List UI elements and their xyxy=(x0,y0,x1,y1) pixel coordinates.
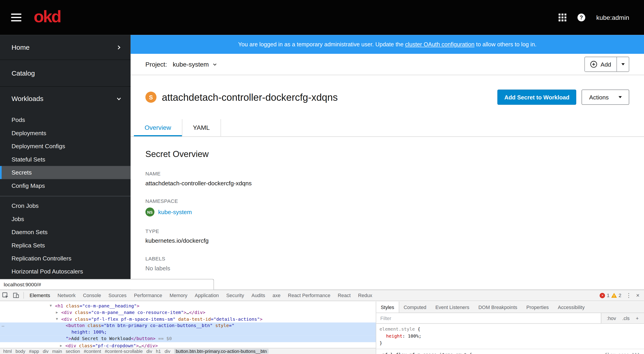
tabs: Overview YAML xyxy=(131,119,644,137)
tab-yaml[interactable]: YAML xyxy=(182,119,221,136)
devtools-tab[interactable]: Memory xyxy=(166,290,191,301)
devtools-tab[interactable]: Application xyxy=(191,290,222,301)
caret-down-icon xyxy=(621,63,625,65)
devtools-tab[interactable]: React Performance xyxy=(284,290,334,301)
sidebar-item-catalog[interactable]: Catalog xyxy=(0,60,131,87)
devtools-close-button[interactable]: × xyxy=(636,292,640,299)
hov-toggle[interactable]: :hov xyxy=(607,315,616,321)
dom-tree-node[interactable]: <button class="btn btn-primary co-action… xyxy=(0,322,376,329)
dom-tree-node[interactable]: ▼<h1 class="co-m-pane__heading"> xyxy=(0,302,376,309)
styles-panel-tab[interactable]: Accessibility xyxy=(554,302,589,312)
sidebar-item[interactable]: Config Maps xyxy=(0,179,131,192)
breadcrumb-item[interactable]: html xyxy=(3,349,12,354)
field-label: NAME xyxy=(146,171,630,177)
login-banner: You are logged in as a temporary adminis… xyxy=(131,35,644,54)
devtools-tab[interactable]: Audits xyxy=(248,290,269,301)
styles-panel-tab[interactable]: Event Listeners xyxy=(431,302,474,312)
sidebar-item-label: Secrets xyxy=(12,169,32,176)
dom-tree-node[interactable]: ">Add Secret to Workload</button> == $0 xyxy=(0,336,376,342)
styles-panel-tab[interactable]: Computed xyxy=(399,302,431,312)
device-toolbar-button[interactable] xyxy=(10,290,21,300)
sidebar-item[interactable]: Deployment Configs xyxy=(0,140,131,153)
devtools-body: … ▼<h1 class="co-m-pane__heading">▶<div … xyxy=(0,302,644,354)
sidebar-item[interactable]: Cron Jobs xyxy=(0,199,131,212)
breadcrumb-item[interactable]: body xyxy=(16,349,26,354)
sidebar-item[interactable]: Stateful Sets xyxy=(0,153,131,166)
breadcrumb-item[interactable]: div xyxy=(164,349,170,354)
breadcrumb-item[interactable]: #content-scrollable xyxy=(105,349,143,354)
devtools-tabs: Elements Network Console Sources Perform… xyxy=(26,290,376,301)
field-labels: LABELS No labels xyxy=(146,256,630,272)
sidebar-item-home[interactable]: Home xyxy=(0,35,131,60)
chevron-down-icon xyxy=(116,96,122,102)
devtools-tab[interactable]: Console xyxy=(80,290,105,301)
devtools-tab[interactable]: Network xyxy=(54,290,79,301)
console-errors-indicator[interactable]: × 1 ! 2 xyxy=(600,292,622,298)
tab-overview[interactable]: Overview xyxy=(134,119,182,136)
sidebar-item[interactable]: Horizontal Pod Autoscalers xyxy=(0,265,131,278)
style-rule-selector: element.style { xyxy=(376,326,644,333)
styles-panel-tab[interactable]: Styles xyxy=(376,302,399,312)
breadcrumb-item[interactable]: button.btn.btn-primary.co-action-buttons… xyxy=(174,349,268,354)
devtools: Elements Network Console Sources Perform… xyxy=(0,290,644,354)
oauth-config-link[interactable]: cluster OAuth configuration xyxy=(405,41,474,48)
styles-filter-input[interactable]: Filter xyxy=(376,313,601,324)
actions-dropdown[interactable]: Actions xyxy=(582,90,629,105)
inspect-element-button[interactable] xyxy=(0,290,10,300)
sidebar-item[interactable]: Replication Controllers xyxy=(0,252,131,265)
add-button[interactable]: Add xyxy=(585,57,616,72)
devtools-toolbar: Elements Network Console Sources Perform… xyxy=(0,290,644,301)
field-type: TYPE kubernetes.io/dockercfg xyxy=(146,228,630,244)
add-dropdown-toggle[interactable] xyxy=(616,57,629,72)
style-property[interactable]: height: 100%; xyxy=(376,333,644,340)
styles-filter-controls: :hov .cls + xyxy=(601,313,644,324)
devtools-menu-button[interactable]: ⋮ xyxy=(626,292,632,299)
dom-tree-node[interactable]: ▶<div class="co-m-pane__name co-resource… xyxy=(0,309,376,316)
sidebar-item[interactable]: Daemon Sets xyxy=(0,226,131,238)
field-label: LABELS xyxy=(146,256,630,262)
sidebar-item-workloads[interactable]: Workloads xyxy=(0,86,131,111)
devtools-tab[interactable]: Elements xyxy=(26,290,54,301)
cls-toggle[interactable]: .cls xyxy=(622,315,630,321)
sidebar-item[interactable]: Secrets xyxy=(0,166,131,179)
sidebar-item[interactable]: Pods xyxy=(0,113,131,126)
styles-panel-tab[interactable]: DOM Breakpoints xyxy=(474,302,522,312)
breadcrumb-item[interactable]: section xyxy=(66,349,80,354)
sidebar-item[interactable]: Jobs xyxy=(0,212,131,225)
devtools-tab[interactable]: Security xyxy=(222,290,248,301)
field-value: NS kube-system xyxy=(146,207,630,216)
breadcrumb-item[interactable]: main xyxy=(52,349,62,354)
page-header-actions: Add Secret to Workload Actions xyxy=(498,90,629,105)
secret-resource-icon: S xyxy=(146,92,156,102)
devtools-tab[interactable]: axe xyxy=(269,290,284,301)
devtools-tab[interactable]: Redux xyxy=(354,290,376,301)
dom-tree-node[interactable]: ▼<div class="pf-l-flex pf-m-space-items-… xyxy=(0,316,376,322)
okd-logo: okd xyxy=(34,8,60,27)
sidebar-item[interactable]: Replica Sets xyxy=(0,238,131,252)
dom-tree-node[interactable]: height: 100%; xyxy=(0,329,376,336)
breadcrumb-item[interactable]: div xyxy=(146,349,152,354)
devtools-tab[interactable]: Sources xyxy=(105,290,130,301)
nav-toggle-button[interactable] xyxy=(11,14,21,21)
masthead-right: ? kube:admin xyxy=(558,14,644,21)
user-menu[interactable]: kube:admin xyxy=(596,14,629,21)
overflow-ellipsis[interactable]: … xyxy=(2,322,4,328)
breadcrumb-item[interactable]: div xyxy=(43,349,48,354)
sidebar-item-label: Jobs xyxy=(12,216,24,222)
breadcrumb-item[interactable]: h1 xyxy=(156,349,161,354)
sidebar-item[interactable]: Deployments xyxy=(0,126,131,140)
project-dropdown[interactable]: kube-system xyxy=(173,60,218,68)
devtools-tab[interactable]: Performance xyxy=(130,290,166,301)
breadcrumb-item[interactable]: #content xyxy=(84,349,101,354)
devtools-tab[interactable]: React xyxy=(334,290,354,301)
stylesheet-link[interactable]: flex.scss:111 xyxy=(604,351,640,354)
namespace-link[interactable]: kube-system xyxy=(158,209,192,215)
breadcrumb-item[interactable]: #app xyxy=(29,349,39,354)
field-name: NAME attachdetach-controller-dockercfg-x… xyxy=(146,171,630,186)
field-label: TYPE xyxy=(146,228,630,234)
styles-panel-tab[interactable]: Properties xyxy=(522,302,554,312)
app-launcher-button[interactable] xyxy=(558,14,566,21)
help-button[interactable]: ? xyxy=(578,14,585,21)
new-rule-button[interactable]: + xyxy=(636,315,638,321)
add-secret-to-workload-button[interactable]: Add Secret to Workload xyxy=(498,90,576,105)
